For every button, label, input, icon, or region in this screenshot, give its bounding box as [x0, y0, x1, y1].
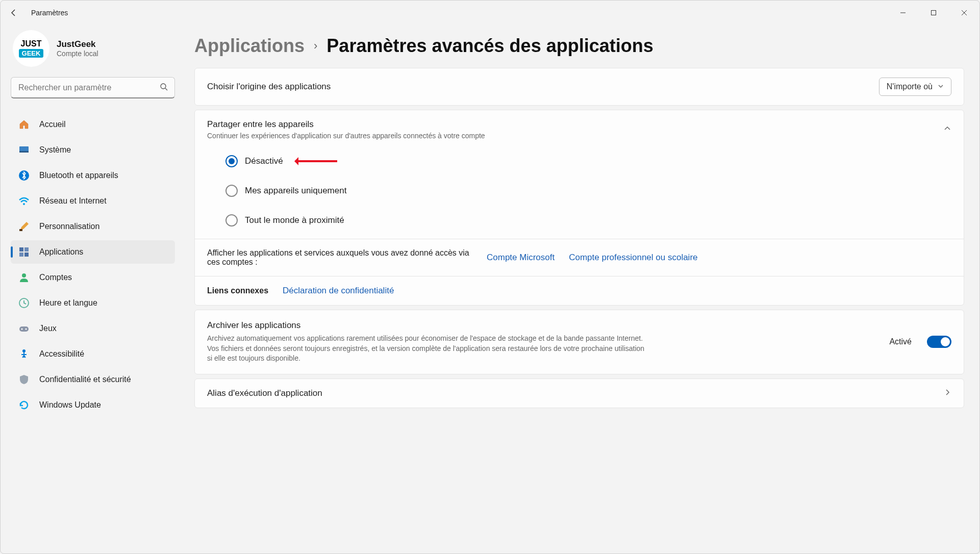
share-subtitle: Continuer les expériences d'application … [207, 132, 485, 140]
svg-point-2 [161, 84, 166, 89]
sidebar-item-label: Système [39, 145, 71, 155]
user-name: JustGeek [57, 39, 98, 49]
sidebar-item-label: Bluetooth et appareils [39, 171, 118, 180]
apps-icon [18, 246, 30, 258]
sidebar-item-bluetooth[interactable]: Bluetooth et appareils [11, 164, 175, 187]
clock-icon [18, 297, 30, 309]
wifi-icon [18, 195, 30, 207]
system-icon [18, 144, 30, 156]
games-icon [18, 322, 30, 335]
sidebar-item-access[interactable]: Accessibilité [11, 342, 175, 366]
breadcrumb-separator: › [314, 39, 317, 53]
sidebar-item-system[interactable]: Système [11, 138, 175, 162]
alias-title: Alias d'exécution d'application [207, 388, 322, 398]
user-account: Compte local [57, 49, 98, 58]
brush-icon [18, 220, 30, 233]
radio-label: Désactivé [245, 156, 283, 166]
svg-point-7 [23, 203, 25, 205]
sidebar-item-label: Confidentialité et sécurité [39, 375, 131, 384]
search-icon[interactable] [160, 83, 168, 93]
search-input[interactable] [11, 77, 175, 98]
radio-icon [225, 155, 238, 167]
radio-option-1[interactable]: Mes appareils uniquement [225, 185, 964, 197]
sidebar-item-games[interactable]: Jeux [11, 317, 175, 340]
related-title: Liens connexes [207, 286, 268, 295]
arrow-annotation [296, 160, 337, 162]
breadcrumb: Applications › Paramètres avancés des ap… [194, 35, 964, 57]
collapse-button[interactable] [943, 124, 951, 135]
svg-line-3 [165, 88, 167, 90]
sidebar-item-label: Personnalisation [39, 222, 99, 231]
svg-point-17 [26, 329, 27, 330]
close-button[interactable] [949, 3, 979, 23]
access-label: Afficher les applications et services au… [207, 248, 472, 267]
sidebar-item-person[interactable]: Comptes [11, 266, 175, 289]
archive-desc: Archivez automatiquement vos application… [207, 334, 651, 364]
svg-rect-5 [19, 151, 29, 153]
radio-option-0[interactable]: Désactivé [225, 155, 964, 167]
radio-icon [225, 185, 238, 197]
person-icon [18, 271, 30, 284]
radio-icon [225, 214, 238, 226]
radio-label: Tout le monde à proximité [245, 215, 344, 225]
svg-rect-12 [24, 253, 29, 257]
archive-title: Archiver les applications [207, 320, 651, 331]
sidebar-item-wifi[interactable]: Réseau et Internet [11, 189, 175, 213]
bluetooth-icon [18, 169, 30, 182]
chevron-down-icon [938, 82, 944, 91]
source-title: Choisir l'origine des applications [207, 82, 331, 92]
sidebar-item-update[interactable]: Windows Update [11, 393, 175, 417]
minimize-button[interactable] [888, 3, 918, 23]
link-work-account[interactable]: Compte professionnel ou scolaire [569, 253, 697, 263]
radio-label: Mes appareils uniquement [245, 186, 346, 196]
window-title: Paramètres [31, 9, 68, 17]
avatar: JUST GEEK [13, 30, 49, 67]
radio-option-2[interactable]: Tout le monde à proximité [225, 214, 964, 226]
svg-rect-8 [19, 229, 22, 231]
archive-state: Activé [889, 337, 912, 346]
sidebar-item-label: Applications [39, 247, 83, 257]
link-privacy[interactable]: Déclaration de confidentialité [283, 286, 394, 296]
expand-alias-button[interactable] [943, 388, 951, 398]
page-title: Paramètres avancés des applications [326, 35, 653, 57]
back-button[interactable] [9, 8, 19, 18]
shield-icon [18, 373, 30, 386]
sidebar-item-brush[interactable]: Personnalisation [11, 215, 175, 238]
link-microsoft-account[interactable]: Compte Microsoft [487, 253, 555, 263]
home-icon [18, 118, 30, 131]
svg-rect-1 [932, 11, 936, 15]
sidebar-item-apps[interactable]: Applications [11, 240, 175, 264]
sidebar-item-home[interactable]: Accueil [11, 113, 175, 136]
svg-point-13 [22, 273, 26, 278]
sidebar-item-label: Jeux [39, 324, 57, 333]
access-icon [18, 348, 30, 360]
svg-point-18 [22, 349, 26, 352]
svg-rect-15 [19, 326, 29, 332]
sidebar-item-label: Comptes [39, 273, 72, 282]
sidebar-item-label: Heure et langue [39, 298, 97, 308]
sidebar-item-label: Accessibilité [39, 349, 84, 359]
share-title: Partager entre les appareils [207, 119, 485, 130]
svg-rect-11 [19, 253, 23, 257]
svg-rect-9 [19, 247, 23, 251]
archive-toggle[interactable] [927, 336, 951, 348]
update-icon [18, 399, 30, 411]
sidebar-item-label: Accueil [39, 120, 66, 129]
svg-point-16 [21, 329, 23, 330]
maximize-button[interactable] [918, 3, 949, 23]
sidebar-item-label: Windows Update [39, 400, 101, 410]
sidebar-item-shield[interactable]: Confidentialité et sécurité [11, 368, 175, 391]
svg-rect-10 [24, 247, 29, 251]
profile-area[interactable]: JUST GEEK JustGeek Compte local [11, 30, 184, 67]
source-dropdown[interactable]: N'importe où [879, 78, 951, 96]
breadcrumb-parent[interactable]: Applications [194, 35, 305, 57]
sidebar-item-label: Réseau et Internet [39, 196, 107, 206]
sidebar-item-clock[interactable]: Heure et langue [11, 291, 175, 315]
